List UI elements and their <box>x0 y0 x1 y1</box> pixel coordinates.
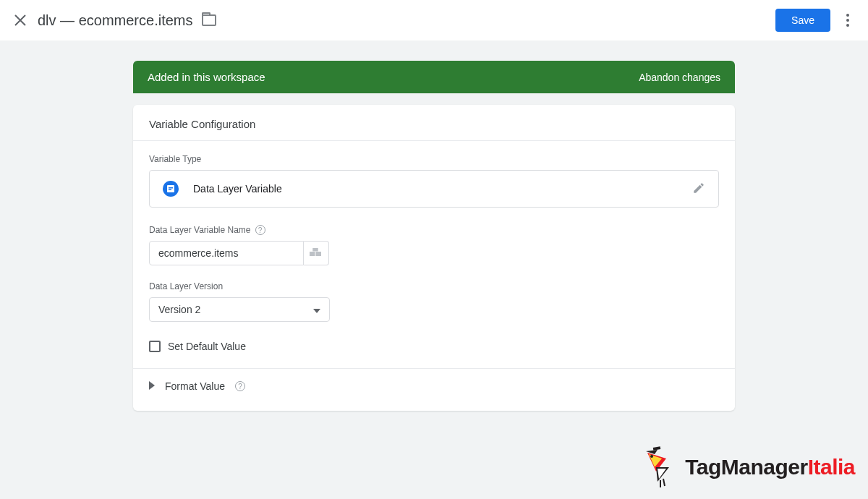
editor-panel: Added in this workspace Abandon changes … <box>133 61 735 411</box>
watermark-logo: TagManagerItalia <box>640 445 855 489</box>
dlv-version-label: Data Layer Version <box>149 281 719 291</box>
editor-header: dlv — ecommerce.items Save <box>0 0 868 40</box>
svg-line-14 <box>663 479 665 486</box>
svg-rect-1 <box>169 187 173 189</box>
variable-type-label: Variable Type <box>149 154 719 164</box>
svg-rect-4 <box>316 252 322 256</box>
dlv-version-value: Version 2 <box>158 304 200 315</box>
dlv-version-group: Data Layer Version Version 2 <box>149 281 719 322</box>
svg-rect-3 <box>310 252 315 256</box>
data-layer-variable-icon <box>163 181 179 197</box>
svg-point-10 <box>650 455 653 458</box>
workspace-change-banner: Added in this workspace Abandon changes <box>133 61 735 93</box>
format-value-row[interactable]: Format Value ? <box>149 369 719 404</box>
save-button[interactable]: Save <box>775 9 830 32</box>
help-icon[interactable]: ? <box>235 381 245 391</box>
more-menu-icon[interactable] <box>839 12 856 29</box>
variable-type-name: Data Layer Variable <box>193 183 282 195</box>
insert-variable-icon[interactable] <box>304 241 329 265</box>
abandon-changes-link[interactable]: Abandon changes <box>639 72 720 83</box>
dlv-name-input[interactable] <box>149 241 304 265</box>
close-icon[interactable] <box>12 12 29 29</box>
help-icon[interactable]: ? <box>255 225 265 235</box>
woodpecker-icon <box>640 445 681 489</box>
svg-marker-12 <box>658 469 666 479</box>
svg-rect-2 <box>169 189 171 191</box>
variable-type-selector[interactable]: Data Layer Variable <box>149 170 719 208</box>
set-default-checkbox[interactable] <box>149 341 161 352</box>
set-default-row[interactable]: Set Default Value <box>149 338 719 364</box>
dlv-name-row <box>149 241 719 265</box>
svg-rect-7 <box>653 446 661 451</box>
chevron-right-icon <box>149 380 155 392</box>
chevron-down-icon <box>313 304 320 315</box>
watermark-text: TagManagerItalia <box>685 455 855 479</box>
dlv-name-group: Data Layer Variable Name ? <box>149 225 719 265</box>
banner-text: Added in this workspace <box>148 71 265 83</box>
format-value-label: Format Value <box>165 380 225 392</box>
set-default-label: Set Default Value <box>168 341 246 352</box>
svg-marker-6 <box>646 450 658 454</box>
variable-config-card: Variable Configuration Variable Type Dat… <box>133 105 735 411</box>
edit-icon[interactable] <box>692 182 705 197</box>
card-body: Variable Type Data Layer Variable Data L… <box>133 141 735 411</box>
folder-icon[interactable] <box>202 14 216 26</box>
svg-rect-5 <box>312 248 318 252</box>
svg-rect-0 <box>167 185 174 192</box>
dlv-name-label: Data Layer Variable Name ? <box>149 225 719 235</box>
card-title: Variable Configuration <box>133 105 735 141</box>
header-actions: Save <box>775 9 856 32</box>
variable-title[interactable]: dlv — ecommerce.items <box>38 12 193 29</box>
dlv-version-select[interactable]: Version 2 <box>149 297 330 322</box>
